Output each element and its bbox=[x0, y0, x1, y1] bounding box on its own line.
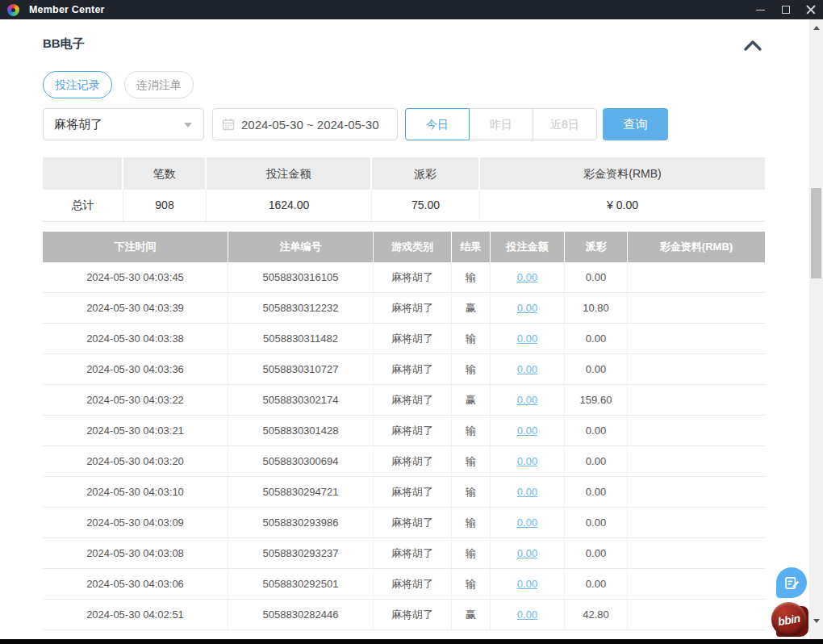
cell-game: 麻将胡了 bbox=[374, 569, 452, 599]
cell-bet_amount[interactable]: 0.00 bbox=[491, 600, 565, 629]
cell-payout: 42.80 bbox=[565, 600, 628, 629]
close-button[interactable] bbox=[798, 0, 823, 19]
cell-time: 2024-05-30 04:03:10 bbox=[43, 477, 228, 507]
maximize-icon bbox=[782, 6, 790, 14]
cell-result: 输 bbox=[452, 477, 491, 507]
game-select[interactable]: 麻将胡了 bbox=[43, 108, 204, 140]
cell-time: 2024-05-30 04:03:39 bbox=[43, 293, 228, 323]
collapse-section-button[interactable] bbox=[742, 38, 763, 52]
bet-table-header: 下注时间注单编号游戏类别结果投注金额派彩彩金资料(RMB) bbox=[43, 232, 765, 262]
cell-bet_id: 5058830312232 bbox=[228, 293, 374, 323]
scroll-up-button[interactable] bbox=[809, 21, 823, 35]
window-title: Member Center bbox=[29, 4, 105, 15]
cell-time: 2024-05-30 04:03:06 bbox=[43, 569, 228, 599]
cell-bet_id: 5058830310727 bbox=[228, 354, 374, 384]
cell-payout: 159.60 bbox=[565, 385, 628, 415]
cell-payout: 0.00 bbox=[565, 262, 628, 292]
bottom-edge-bar bbox=[0, 639, 823, 644]
cell-bet_amount[interactable]: 0.00 bbox=[491, 324, 565, 353]
cell-bet_id: 5058830294721 bbox=[228, 477, 374, 507]
table-row: 2024-05-30 04:03:065058830292501麻将胡了输0.0… bbox=[43, 569, 765, 600]
bet-records-table: 下注时间注单编号游戏类别结果投注金额派彩彩金资料(RMB) 2024-05-30… bbox=[43, 232, 765, 630]
close-icon bbox=[806, 5, 816, 15]
scroll-down-button[interactable] bbox=[809, 614, 823, 628]
section-title: BB电子 bbox=[43, 36, 85, 52]
table-row: 2024-05-30 04:03:215058830301428麻将胡了输0.0… bbox=[43, 416, 765, 446]
tab-bet-records[interactable]: 投注记录 bbox=[43, 71, 112, 98]
cell-payout: 0.00 bbox=[565, 538, 628, 568]
cell-game: 麻将胡了 bbox=[374, 538, 452, 568]
tab-void-orders[interactable]: 连消注单 bbox=[124, 71, 194, 98]
cell-bet_amount[interactable]: 0.00 bbox=[491, 508, 565, 537]
cell-time: 2024-05-30 04:03:21 bbox=[43, 416, 228, 445]
cell-bet_amount[interactable]: 0.00 bbox=[491, 477, 565, 507]
summary-count: 908 bbox=[123, 190, 207, 221]
summary-header-cell: 投注金额 bbox=[207, 157, 372, 190]
cell-payout: 0.00 bbox=[565, 354, 628, 384]
bet-header-cell: 投注金额 bbox=[491, 232, 565, 262]
cell-game: 麻将胡了 bbox=[374, 293, 452, 323]
cell-result: 输 bbox=[452, 446, 491, 476]
cell-payout: 0.00 bbox=[565, 416, 628, 445]
minimize-button[interactable] bbox=[748, 0, 773, 19]
cell-result: 输 bbox=[452, 569, 491, 599]
cell-bet_amount[interactable]: 0.00 bbox=[491, 538, 565, 568]
cell-payout: 0.00 bbox=[565, 569, 628, 599]
member-center-window: Member Center BB电子 投注记录连消注单 麻将胡了 bbox=[0, 0, 823, 644]
filter-bar: 麻将胡了 2024-05-30 ~ 2024-05-30 今日昨日近8日 查询 bbox=[43, 108, 668, 140]
bet-header-cell: 下注时间 bbox=[43, 232, 228, 262]
cell-bet_amount[interactable]: 0.00 bbox=[491, 416, 565, 445]
cell-bet_amount[interactable]: 0.00 bbox=[491, 385, 565, 415]
cell-bet_id: 5058830300694 bbox=[228, 446, 374, 476]
vertical-scrollbar[interactable] bbox=[809, 19, 823, 639]
table-row: 2024-05-30 04:03:365058830310727麻将胡了输0.0… bbox=[43, 354, 765, 385]
scrollbar-thumb[interactable] bbox=[811, 188, 821, 278]
cell-result: 赢 bbox=[452, 385, 491, 415]
cell-payout: 0.00 bbox=[565, 324, 628, 353]
cell-bet_id: 5058830282446 bbox=[228, 600, 374, 629]
cell-game: 麻将胡了 bbox=[374, 324, 452, 353]
quick-range-0[interactable]: 今日 bbox=[405, 108, 470, 140]
summary-total-row: 总计 908 1624.00 75.00 ¥ 0.00 bbox=[43, 190, 765, 222]
quick-range-2[interactable]: 近8日 bbox=[533, 108, 597, 140]
cell-bet_amount[interactable]: 0.00 bbox=[491, 446, 565, 476]
cell-bonus bbox=[628, 262, 765, 292]
quick-range-1[interactable]: 昨日 bbox=[469, 108, 533, 140]
cell-bet_id: 5058830311482 bbox=[228, 324, 374, 353]
cell-time: 2024-05-30 04:03:22 bbox=[43, 385, 228, 415]
table-row: 2024-05-30 04:03:095058830293986麻将胡了输0.0… bbox=[43, 508, 765, 538]
cell-time: 2024-05-30 04:03:45 bbox=[43, 262, 228, 292]
brand-logo-text: bbin bbox=[777, 611, 801, 628]
cell-bet_amount[interactable]: 0.00 bbox=[491, 354, 565, 384]
summary-bet-amount: 1624.00 bbox=[207, 190, 372, 221]
search-button[interactable]: 查询 bbox=[603, 108, 668, 140]
cell-bet_amount[interactable]: 0.00 bbox=[491, 293, 565, 323]
cell-time: 2024-05-30 04:03:38 bbox=[43, 324, 228, 353]
cell-bet_id: 5058830292501 bbox=[228, 569, 374, 599]
cell-bet_amount[interactable]: 0.00 bbox=[491, 262, 565, 292]
cell-result: 赢 bbox=[452, 600, 491, 629]
bet-header-cell: 注单编号 bbox=[228, 232, 374, 262]
cell-result: 输 bbox=[452, 262, 491, 292]
bet-table-body: 2024-05-30 04:03:455058830316105麻将胡了输0.0… bbox=[43, 262, 765, 630]
cell-game: 麻将胡了 bbox=[374, 385, 452, 415]
cell-bet_id: 5058830302174 bbox=[228, 385, 374, 415]
cell-bonus bbox=[628, 354, 765, 384]
table-row: 2024-05-30 04:02:515058830282446麻将胡了赢0.0… bbox=[43, 600, 765, 630]
maximize-button[interactable] bbox=[773, 0, 798, 19]
summary-label: 总计 bbox=[43, 190, 123, 221]
bet-header-cell: 结果 bbox=[452, 232, 491, 262]
brand-logo-button[interactable]: bbin bbox=[771, 602, 808, 638]
bbin-logo-icon: bbin bbox=[771, 602, 806, 637]
date-range-input[interactable]: 2024-05-30 ~ 2024-05-30 bbox=[212, 108, 398, 140]
compose-note-icon bbox=[783, 575, 800, 592]
customer-service-button[interactable] bbox=[776, 567, 807, 598]
summary-header-cell bbox=[43, 157, 123, 190]
minimize-icon bbox=[756, 10, 765, 10]
window-controls bbox=[748, 0, 823, 19]
table-row: 2024-05-30 04:03:105058830294721麻将胡了输0.0… bbox=[43, 477, 765, 508]
table-row: 2024-05-30 04:03:225058830302174麻将胡了赢0.0… bbox=[43, 385, 765, 416]
cell-bet_amount[interactable]: 0.00 bbox=[491, 569, 565, 599]
cell-bet_id: 5058830293986 bbox=[228, 508, 374, 537]
cell-bet_id: 5058830316105 bbox=[228, 262, 374, 292]
